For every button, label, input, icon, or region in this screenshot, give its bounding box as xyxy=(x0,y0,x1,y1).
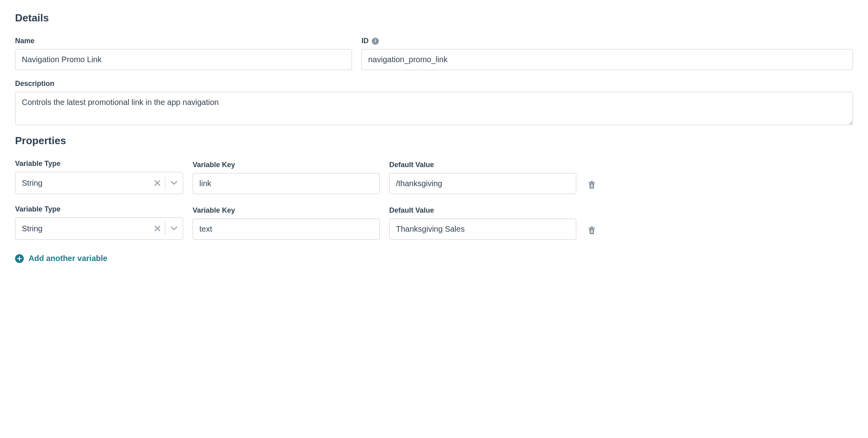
variable-key-input[interactable] xyxy=(193,173,380,194)
description-label: Description xyxy=(15,80,853,88)
chevron-down-icon[interactable] xyxy=(165,218,183,239)
variable-type-label: Variable Type xyxy=(15,205,183,213)
svg-rect-2 xyxy=(593,184,593,188)
variable-type-select[interactable]: String xyxy=(15,172,183,194)
svg-rect-1 xyxy=(591,184,592,188)
trash-icon xyxy=(587,225,596,235)
info-icon[interactable]: i xyxy=(372,38,379,45)
description-textarea[interactable] xyxy=(15,92,853,125)
details-heading: Details xyxy=(15,12,853,24)
id-input[interactable] xyxy=(361,49,853,70)
add-variable-label: Add another variable xyxy=(29,254,107,263)
name-input[interactable] xyxy=(15,49,352,70)
add-variable-button[interactable]: Add another variable xyxy=(15,254,107,263)
id-label: ID i xyxy=(361,37,853,45)
svg-rect-3 xyxy=(591,230,591,233)
plus-circle-icon xyxy=(15,254,24,263)
clear-icon[interactable] xyxy=(150,172,165,194)
default-value-input[interactable] xyxy=(389,173,576,194)
id-label-text: ID xyxy=(361,37,369,45)
variable-key-input[interactable] xyxy=(193,219,380,240)
svg-rect-4 xyxy=(591,230,592,233)
variable-row: Variable Type String Variable Key Defaul xyxy=(15,205,853,240)
chevron-down-icon[interactable] xyxy=(165,172,183,194)
variable-type-value: String xyxy=(22,179,42,188)
variable-key-label: Variable Key xyxy=(193,161,380,169)
default-value-label: Default Value xyxy=(389,206,576,215)
variable-type-label: Variable Type xyxy=(15,160,183,168)
trash-icon xyxy=(587,180,596,189)
delete-variable-button[interactable] xyxy=(586,225,598,240)
properties-section: Properties Variable Type String Variable… xyxy=(15,135,853,263)
properties-heading: Properties xyxy=(15,135,853,147)
default-value-input[interactable] xyxy=(389,219,576,240)
svg-rect-5 xyxy=(593,230,593,233)
default-value-label: Default Value xyxy=(389,161,576,169)
variable-type-select[interactable]: String xyxy=(15,217,183,240)
details-section: Details Name ID i Description xyxy=(15,12,853,125)
svg-rect-0 xyxy=(591,184,591,188)
clear-icon[interactable] xyxy=(150,218,165,239)
variable-type-value: String xyxy=(22,224,42,233)
variable-row: Variable Type String Variable Key Defaul xyxy=(15,160,853,194)
delete-variable-button[interactable] xyxy=(586,180,598,194)
name-label: Name xyxy=(15,37,352,45)
variable-key-label: Variable Key xyxy=(193,206,380,215)
